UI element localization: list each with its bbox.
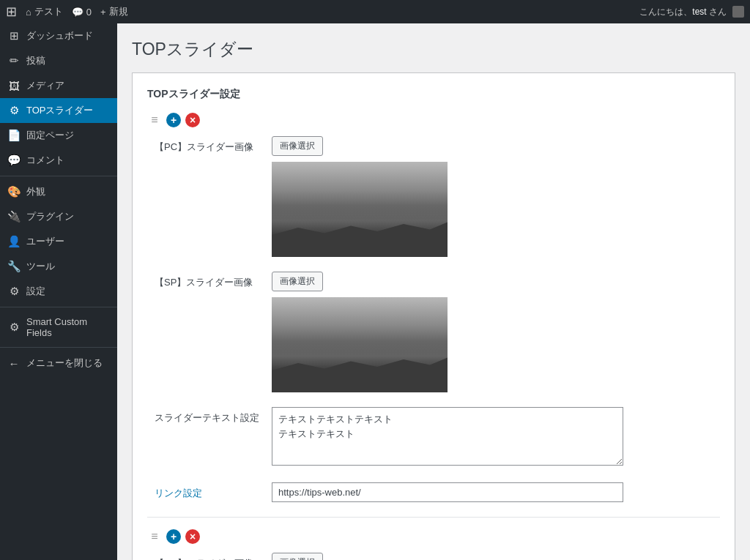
plugins-icon: 🔌 xyxy=(7,210,21,223)
sidebar-item-smart-custom[interactable]: ⚙ Smart Custom Fields xyxy=(0,310,117,344)
smart-custom-icon: ⚙ xyxy=(7,321,21,334)
sidebar-item-appearance[interactable]: 🎨 外観 xyxy=(0,179,117,204)
admin-sidebar: ⊞ ダッシュボード ✏ 投稿 🖼 メディア ⚙ TOPスライダー xyxy=(0,23,117,560)
settings-container: TOPスライダー設定 ≡ + × 【PC】スライダー画像 画像選択 xyxy=(132,72,735,560)
comments-icon: 💬 xyxy=(72,7,83,18)
sidebar-item-tools[interactable]: 🔧 ツール xyxy=(0,254,117,279)
greeting-text: こんにちは、test さん xyxy=(639,6,727,18)
sidebar-label-smart-custom: Smart Custom Fields xyxy=(26,316,110,338)
sp-image-row-1: 【SP】スライダー画像 画像選択 xyxy=(147,272,720,392)
link-setting-row-1: リンク設定 xyxy=(147,482,720,502)
comments-link[interactable]: 💬 0 xyxy=(72,7,92,18)
sp-image-content-1: 画像選択 xyxy=(272,272,720,392)
menu-sep-1 xyxy=(0,176,117,176)
posts-icon: ✏ xyxy=(7,54,21,67)
dashboard-icon: ⊞ xyxy=(7,29,21,42)
main-content: TOPスライダー TOPスライダー設定 ≡ + × 【PC】スライダー画像 画像… xyxy=(117,23,750,560)
pc-image-select-btn-1[interactable]: 画像選択 xyxy=(272,136,323,156)
menu-sep-3 xyxy=(0,347,117,348)
pc-image-content-1: 画像選択 xyxy=(272,136,720,257)
sidebar-label-pages: 固定ページ xyxy=(26,129,74,142)
sidebar-item-close-menu[interactable]: ← メニューを閉じる xyxy=(0,351,117,376)
wp-icon: ⊞ xyxy=(6,4,17,20)
pages-icon: 📄 xyxy=(7,129,21,142)
pc-image-content-2: 画像選択 xyxy=(272,553,720,560)
sidebar-item-dashboard[interactable]: ⊞ ダッシュボード xyxy=(0,23,117,48)
slider-controls-2: ≡ + × xyxy=(147,529,720,544)
sp-image-preview-1 xyxy=(272,297,448,392)
drag-handle-2[interactable]: ≡ xyxy=(147,529,162,544)
site-name: テスト xyxy=(34,5,63,18)
link-setting-label-1: リンク設定 xyxy=(155,482,272,500)
text-setting-content-1: テキストテキストテキスト テキストテキスト xyxy=(272,407,720,468)
sidebar-label-plugins: プラグイン xyxy=(26,210,74,223)
add-item-btn-1[interactable]: + xyxy=(166,113,181,127)
sidebar-item-posts[interactable]: ✏ 投稿 xyxy=(0,48,117,73)
sidebar-label-users: ユーザー xyxy=(26,235,64,248)
sidebar-label-top-slider: TOPスライダー xyxy=(26,104,94,117)
avatar xyxy=(732,6,744,18)
text-setting-row-1: スライダーテキスト設定 テキストテキストテキスト テキストテキスト xyxy=(147,407,720,468)
appearance-icon: 🎨 xyxy=(7,185,21,198)
wp-wrap: ⊞ ダッシュボード ✏ 投稿 🖼 メディア ⚙ TOPスライダー xyxy=(0,23,750,560)
sidebar-item-comments[interactable]: 💬 コメント xyxy=(0,148,117,173)
settings-icon: ⚙ xyxy=(7,285,21,298)
drag-handle-1[interactable]: ≡ xyxy=(147,113,162,127)
sidebar-label-dashboard: ダッシュボード xyxy=(26,29,93,42)
sidebar-item-plugins[interactable]: 🔌 プラグイン xyxy=(0,204,117,229)
sidebar-item-users[interactable]: 👤 ユーザー xyxy=(0,229,117,254)
menu-sep-2 xyxy=(0,307,117,307)
remove-item-btn-2[interactable]: × xyxy=(185,529,200,544)
sidebar-label-posts: 投稿 xyxy=(26,54,45,67)
new-item-link[interactable]: + 新規 xyxy=(100,5,128,18)
slider-item-2: ≡ + × 【PC】スライダー画像 画像選択 xyxy=(147,529,720,560)
sidebar-label-close-menu: メニューを閉じる xyxy=(26,356,103,370)
admin-bar: ⊞ ⌂ テスト 💬 0 + 新規 こんにちは、test さん xyxy=(0,0,750,23)
tools-icon: 🔧 xyxy=(7,260,21,273)
comments-menu-icon: 💬 xyxy=(7,154,21,167)
text-setting-label-1: スライダーテキスト設定 xyxy=(155,407,272,425)
sidebar-label-settings: 設定 xyxy=(26,285,45,298)
wp-logo[interactable]: ⊞ xyxy=(6,4,17,20)
text-setting-input-1[interactable]: テキストテキストテキスト テキストテキスト xyxy=(272,407,623,466)
top-slider-icon: ⚙ xyxy=(7,104,21,117)
pc-image-row-2: 【PC】スライダー画像 画像選択 xyxy=(147,553,720,560)
sidebar-item-media[interactable]: 🖼 メディア xyxy=(0,73,117,98)
pc-image-row-1: 【PC】スライダー画像 画像選択 xyxy=(147,136,720,257)
slider-item-1: ≡ + × 【PC】スライダー画像 画像選択 【SP】スライダー画像 xyxy=(147,113,720,502)
close-menu-icon: ← xyxy=(7,357,21,370)
settings-title: TOPスライダー設定 xyxy=(147,88,720,101)
pc-image-preview-1 xyxy=(272,162,448,257)
page-title: TOPスライダー xyxy=(132,38,735,61)
remove-item-btn-1[interactable]: × xyxy=(185,113,200,127)
add-item-btn-2[interactable]: + xyxy=(166,529,181,544)
pc-image-label-1: 【PC】スライダー画像 xyxy=(155,136,272,154)
admin-menu: ⊞ ダッシュボード ✏ 投稿 🖼 メディア ⚙ TOPスライダー xyxy=(0,23,117,376)
new-label: 新規 xyxy=(109,5,128,18)
slider-controls-1: ≡ + × xyxy=(147,113,720,127)
plus-icon: + xyxy=(100,7,106,18)
media-icon: 🖼 xyxy=(7,80,21,92)
sidebar-label-media: メディア xyxy=(26,79,64,92)
sp-image-select-btn-1[interactable]: 画像選択 xyxy=(272,272,323,291)
pc-image-select-btn-2[interactable]: 画像選択 xyxy=(272,553,323,560)
home-icon: ⌂ xyxy=(26,7,31,18)
users-icon: 👤 xyxy=(7,235,21,248)
slider-divider xyxy=(147,517,720,518)
sidebar-label-tools: ツール xyxy=(26,260,55,273)
sidebar-label-comments: コメント xyxy=(26,154,64,167)
sidebar-item-settings[interactable]: ⚙ 設定 xyxy=(0,279,117,304)
sidebar-label-appearance: 外観 xyxy=(26,185,45,198)
link-setting-input-1[interactable] xyxy=(272,482,623,502)
sidebar-item-pages[interactable]: 📄 固定ページ xyxy=(0,123,117,148)
site-link[interactable]: ⌂ テスト xyxy=(26,5,63,18)
comment-count: 0 xyxy=(86,7,92,18)
link-setting-content-1 xyxy=(272,482,720,502)
sp-image-label-1: 【SP】スライダー画像 xyxy=(155,272,272,289)
sidebar-item-top-slider[interactable]: ⚙ TOPスライダー xyxy=(0,98,117,123)
pc-image-label-2: 【PC】スライダー画像 xyxy=(155,553,272,560)
